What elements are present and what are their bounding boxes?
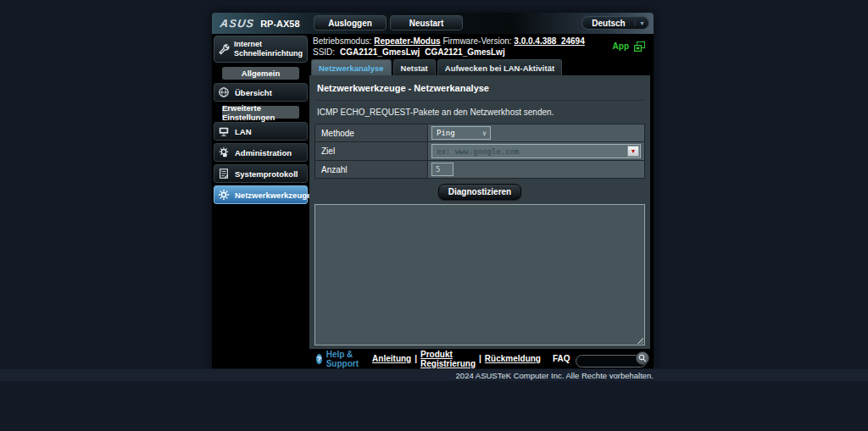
target-input[interactable] (432, 145, 640, 157)
router-admin-window: ASUS RP-AX58 Ausloggen Neustart Deutsch … (212, 13, 654, 368)
app-label: App (613, 41, 629, 52)
diagnostic-form: Methode Ping ∨ Ziel (314, 124, 645, 179)
tab-bar: Netzwerkanalyse Netstat Aufwecken bei LA… (309, 58, 654, 75)
sidebar-item-administration[interactable]: Administration (214, 143, 308, 162)
model-name: RP-AX58 (260, 19, 299, 29)
method-select[interactable]: Ping ∨ (431, 126, 491, 140)
sidebar-item-label: Übersicht (235, 88, 272, 97)
method-row: Methode Ping ∨ (315, 124, 645, 142)
screen-mirror-icon (634, 41, 645, 52)
operation-mode-label: Betriebsmodus: (313, 36, 371, 46)
sidebar-item-label: Internet Schnelleinrichtung (234, 40, 303, 58)
sidebar-section-advanced: Erweiterte Einstellungen (222, 106, 299, 119)
gear-icon (217, 188, 231, 202)
link-separator: | (479, 354, 481, 363)
button-row: Diagnostizieren (314, 179, 645, 204)
chevron-down-icon: ∨ (479, 130, 490, 137)
faq-label: FAQ (553, 354, 570, 363)
product-registration-link[interactable]: Produkt Registrierung (420, 350, 476, 368)
tab-wake-on-lan[interactable]: Aufwecken bei LAN-Aktivität (437, 59, 562, 75)
reboot-button[interactable]: Neustart (390, 15, 463, 30)
footer-bar: ? Help & Support Anleitung | Produkt Reg… (309, 349, 654, 368)
asus-logo: ASUS (220, 17, 255, 30)
page-title: Netzwerkwerkzeuge - Netzwerkanalyse (314, 75, 645, 101)
sidebar-item-overview[interactable]: Übersicht (214, 83, 308, 102)
sidebar-item-label: Systemprotokoll (235, 169, 298, 179)
target-label: Ziel (315, 142, 428, 161)
method-label: Methode (315, 124, 428, 142)
logout-button[interactable]: Ausloggen (314, 15, 387, 30)
sidebar: Internet Schnelleinrichtung Allgemein Üb… (212, 34, 309, 368)
combo-dropdown-button[interactable]: ▼ (627, 146, 639, 157)
copyright-text: 2024 ASUSTeK Computer Inc. Alle Rechte v… (456, 371, 654, 380)
info-line-2: SSID: CGA2121_GmesLwj CGA2121_GmesLwj (313, 47, 650, 58)
firmware-label: Firmware-Version: (442, 36, 511, 46)
dropdown-arrow-icon: ▼ (631, 148, 637, 154)
content-panel: Netzwerkwerkzeuge - Netzwerkanalyse ICMP… (309, 75, 650, 349)
ssid-value-2[interactable]: CGA2121_GmesLwj (425, 47, 505, 57)
count-input[interactable] (431, 163, 453, 176)
info-bar: Betriebsmodus: Repeater-Modus Firmware-V… (309, 34, 654, 58)
count-row: Anzahl (315, 161, 645, 179)
result-container (314, 204, 645, 345)
bottom-band (0, 369, 868, 381)
monitor-icon (217, 124, 231, 138)
main-column: Betriebsmodus: Repeater-Modus Firmware-V… (309, 34, 654, 368)
link-separator: | (415, 354, 417, 363)
sidebar-item-label: LAN (235, 127, 252, 136)
search-button[interactable] (636, 351, 649, 365)
search-icon (638, 354, 647, 362)
globe-icon (217, 86, 231, 99)
sidebar-item-lan[interactable]: LAN (214, 122, 308, 141)
sidebar-item-syslog[interactable]: Systemprotokoll (214, 164, 308, 183)
sidebar-item-label: Netzwerkwerkzeuge (235, 191, 311, 200)
info-line-1: Betriebsmodus: Repeater-Modus Firmware-V… (313, 36, 650, 47)
tab-network-analysis[interactable]: Netzwerkanalyse (311, 59, 392, 75)
language-dropdown[interactable]: Deutsch ▼ (581, 16, 649, 30)
method-select-value: Ping (432, 129, 479, 137)
footer-links: Anleitung | Produkt Registrierung | Rück… (372, 350, 541, 368)
sidebar-section-general: Allgemein (222, 67, 299, 80)
count-label: Anzahl (315, 161, 428, 179)
admin-gear-icon (217, 146, 231, 159)
ssid-label: SSID: (313, 47, 335, 57)
tab-netstat[interactable]: Netstat (393, 59, 436, 75)
brand-area: ASUS RP-AX58 (212, 17, 314, 30)
ssid-value-1[interactable]: CGA2121_GmesLwj (340, 47, 420, 57)
chevron-down-icon: ▼ (635, 20, 648, 26)
app-badge[interactable]: App (613, 41, 645, 52)
diagnostic-result-textarea[interactable] (314, 204, 645, 345)
firmware-version-link[interactable]: 3.0.0.4.388_24694 (514, 36, 584, 46)
operation-mode-link[interactable]: Repeater-Modus (374, 36, 440, 46)
help-support-link[interactable]: Help & Support (326, 350, 360, 368)
help-question-icon: ? (316, 354, 322, 364)
sidebar-item-label: Administration (235, 148, 292, 157)
sidebar-item-network-tools[interactable]: Netzwerkwerkzeuge (214, 185, 308, 204)
faq-search (576, 352, 647, 365)
page-description: ICMP ECHO_REQUEST-Pakete an den Netzwerk… (314, 101, 645, 124)
target-row: Ziel ▼ (315, 142, 645, 161)
manual-link[interactable]: Anleitung (372, 354, 411, 363)
sidebar-item-quick-setup[interactable]: Internet Schnelleinrichtung (214, 36, 308, 63)
target-combobox: ▼ (431, 144, 641, 158)
document-icon (217, 167, 231, 180)
feedback-link[interactable]: Rückmeldung (485, 354, 541, 363)
top-bar: ASUS RP-AX58 Ausloggen Neustart Deutsch … (212, 13, 654, 34)
wrench-icon (217, 42, 231, 56)
language-value: Deutsch (582, 19, 635, 28)
diagnose-button[interactable]: Diagnostizieren (438, 184, 521, 200)
